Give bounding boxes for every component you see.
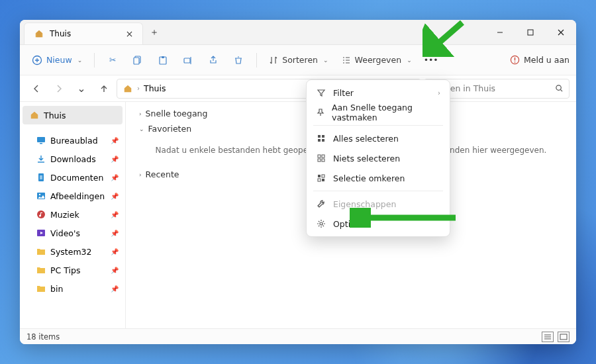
warning-icon — [510, 55, 520, 65]
clipboard-icon — [158, 56, 168, 65]
sidebar-item-home[interactable]: Thuis — [23, 106, 123, 124]
svg-point-8 — [515, 62, 516, 63]
tab-home[interactable]: Thuis — [24, 23, 143, 44]
svg-point-9 — [556, 85, 561, 90]
sidebar-item-downloads[interactable]: Downloads📌 — [20, 150, 125, 168]
share-icon — [209, 56, 218, 65]
wrench-icon — [316, 199, 326, 209]
video-icon — [36, 228, 46, 238]
paste-button[interactable] — [152, 50, 174, 71]
details-view-button[interactable] — [542, 332, 554, 342]
maximize-button[interactable] — [515, 20, 546, 44]
pin-icon: 📌 — [111, 267, 119, 274]
sidebar-item-label: Bureaublad — [50, 136, 98, 146]
sidebar-item-label: Afbeeldingen — [50, 191, 105, 201]
back-button[interactable] — [26, 79, 46, 99]
menu-item-filter[interactable]: Filter› — [309, 83, 447, 103]
svg-rect-10 — [37, 137, 45, 142]
svg-rect-20 — [318, 139, 321, 142]
breadcrumb-segment[interactable]: Thuis — [144, 83, 166, 93]
svg-rect-24 — [318, 159, 321, 161]
status-bar: 18 items — [20, 328, 576, 344]
menu-item-label: Selectie omkeren — [333, 173, 405, 183]
new-tab-button[interactable]: ＋ — [143, 20, 166, 44]
copy-button[interactable] — [126, 50, 149, 71]
view-icon — [342, 56, 351, 65]
pin-icon: 📌 — [111, 230, 119, 237]
sidebar-item-label: Downloads — [50, 154, 96, 164]
tab-close-button[interactable] — [124, 28, 134, 39]
sidebar-item-label: PC Tips — [50, 265, 80, 275]
chevron-right-icon: › — [137, 85, 140, 92]
recent-locations-button[interactable]: ⌄ — [72, 79, 91, 99]
sidebar-item-label: Thuis — [44, 111, 66, 120]
item-count: 18 items — [26, 332, 60, 341]
funnel-icon — [316, 87, 326, 98]
sidebar-item-label: Video's — [50, 228, 80, 238]
menu-item-label: Eigenschappen — [333, 199, 396, 209]
select-none-icon — [316, 153, 326, 163]
minimize-button[interactable] — [485, 20, 515, 44]
sidebar-item-label: bin — [50, 284, 63, 294]
more-menu-button[interactable]: ••• — [420, 50, 442, 71]
new-button[interactable]: Nieuw ⌄ — [26, 50, 87, 71]
cut-button[interactable]: ✂ — [101, 50, 124, 71]
music-icon — [36, 209, 46, 220]
download-icon — [36, 154, 46, 164]
menu-item-selectall[interactable]: Alles selecteren — [309, 128, 447, 148]
large-icons-view-button[interactable] — [558, 332, 570, 342]
rename-button[interactable] — [177, 50, 199, 71]
toolbar-separator — [256, 53, 257, 68]
folder-icon — [36, 283, 46, 294]
svg-rect-19 — [322, 135, 324, 138]
svg-rect-3 — [134, 58, 139, 64]
view-button[interactable]: Weergeven ⌄ — [336, 50, 417, 71]
close-window-button[interactable] — [546, 20, 576, 44]
sidebar-item-afbeeldingen[interactable]: Afbeeldingen📌 — [20, 187, 125, 205]
home-icon — [34, 28, 44, 39]
sort-button-label: Sorteren — [282, 55, 318, 65]
sign-in-button[interactable]: Meld u aan — [510, 55, 570, 65]
plus-circle-icon — [32, 55, 42, 66]
sidebar-item-muziek[interactable]: Muziek📌 — [20, 205, 125, 224]
svg-rect-27 — [322, 175, 324, 177]
sidebar-item-video-s[interactable]: Video's📌 — [20, 224, 125, 242]
chevron-right-icon: › — [438, 89, 440, 97]
sidebar-item-pc-tips[interactable]: PC Tips📌 — [20, 261, 125, 279]
svg-rect-25 — [322, 159, 324, 161]
search-icon — [555, 84, 564, 93]
up-button[interactable] — [94, 79, 114, 99]
select-all-icon — [316, 133, 326, 144]
home-icon — [29, 110, 40, 120]
forward-button[interactable] — [49, 79, 69, 99]
svg-rect-18 — [318, 135, 321, 138]
title-bar: Thuis ＋ — [20, 20, 576, 45]
navigation-bar: ⌄ › Thuis Zoeken in Thuis — [20, 75, 576, 102]
delete-button[interactable] — [227, 50, 250, 71]
folder-icon — [36, 246, 46, 257]
sidebar-item-bureaublad[interactable]: Bureaublad📌 — [20, 131, 125, 150]
copy-icon — [133, 56, 142, 65]
svg-rect-5 — [162, 56, 164, 58]
svg-rect-28 — [318, 179, 321, 181]
group-label: Favorieten — [148, 124, 192, 134]
menu-item-label: Niets selecteren — [333, 154, 400, 163]
sort-button[interactable]: Sorteren ⌄ — [264, 50, 333, 71]
menu-item-pin[interactable]: Aan Snelle toegang vastmaken — [309, 103, 447, 122]
svg-point-30 — [320, 222, 323, 225]
chevron-right-icon: › — [139, 111, 142, 117]
pin-icon: 📌 — [111, 137, 119, 144]
document-icon — [36, 172, 46, 183]
sidebar-item-documenten[interactable]: Documenten📌 — [20, 168, 125, 187]
menu-item-selectnone[interactable]: Niets selecteren — [309, 148, 447, 168]
sidebar-item-system32[interactable]: System32📌 — [20, 242, 125, 261]
pin-icon — [316, 107, 325, 118]
menu-item-invert[interactable]: Selectie omkeren — [309, 168, 447, 188]
menu-item-options[interactable]: Opties — [309, 214, 447, 234]
scissors-icon: ✂ — [109, 55, 116, 65]
menu-item-label: Alles selecteren — [333, 134, 399, 144]
sidebar-item-bin[interactable]: bin📌 — [20, 279, 125, 298]
sidebar-item-label: Documenten — [50, 173, 103, 183]
group-label: Snelle toegang — [146, 109, 208, 118]
share-button[interactable] — [202, 50, 224, 71]
